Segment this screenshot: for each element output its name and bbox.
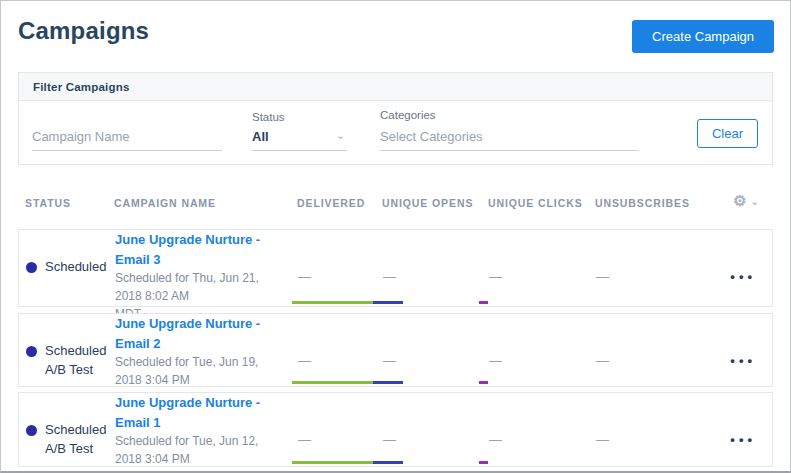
status-filter: Status All ⌄ [252, 111, 347, 151]
column-unique-clicks: UNIQUE CLICKS [488, 197, 595, 210]
gear-icon: ⚙ [733, 192, 746, 209]
column-delivered: DELIVERED [297, 197, 382, 210]
campaign-timezone: MDT [115, 468, 286, 473]
unsubscribes-value: — [596, 353, 709, 368]
table-row: Scheduled A/B Test June Upgrade Nurture … [18, 392, 773, 467]
delivered-bar [292, 381, 373, 384]
categories-filter: Categories [380, 109, 639, 151]
chevron-down-icon: ⌄ [336, 129, 345, 142]
delivered-value: — [298, 432, 383, 447]
column-campaign-name: CAMPAIGN NAME [114, 197, 297, 210]
unique-clicks-value: — [489, 432, 596, 447]
delivered-value: — [298, 353, 383, 368]
filter-fields: Status All ⌄ Categories Clear [19, 101, 772, 165]
status-text: Scheduled [45, 258, 106, 277]
campaign-name-cell: June Upgrade Nurture - Email 3 Scheduled… [115, 230, 298, 323]
column-status: STATUS [25, 197, 114, 210]
campaign-schedule: Scheduled for Tue, Jun 12, 2018 3:04 PM [115, 432, 286, 468]
opens-bar [373, 301, 403, 304]
status-cell: Scheduled A/B Test [26, 342, 115, 380]
clicks-bar [479, 461, 488, 464]
opens-bar [373, 381, 403, 384]
table-row: Scheduled A/B Test June Upgrade Nurture … [18, 313, 773, 387]
campaign-link[interactable]: June Upgrade Nurture - Email 3 [115, 230, 286, 269]
delivered-bar [292, 301, 373, 304]
clicks-bar [479, 301, 488, 304]
scheduled-status-dot-icon [26, 346, 37, 357]
row-actions-menu[interactable]: ••• [709, 269, 772, 284]
campaign-name-cell: June Upgrade Nurture - Email 1 Scheduled… [115, 393, 298, 473]
scheduled-status-dot-icon [26, 262, 37, 273]
status-subtext: A/B Test [45, 441, 93, 456]
status-label: Status [252, 111, 347, 123]
status-select[interactable]: All ⌄ [252, 127, 347, 151]
scheduled-status-dot-icon [26, 425, 37, 436]
status-cell: Scheduled A/B Test [26, 421, 115, 459]
status-selected-value: All [252, 129, 269, 144]
filter-panel: Filter Campaigns Status All ⌄ Categories… [18, 72, 773, 165]
categories-label: Categories [380, 109, 639, 121]
delivered-value: — [298, 269, 383, 284]
unique-clicks-value: — [489, 269, 596, 284]
status-text: Scheduled [45, 342, 106, 361]
unsubscribes-value: — [596, 269, 709, 284]
campaign-link[interactable]: June Upgrade Nurture - Email 1 [115, 393, 286, 432]
clear-filters-button[interactable]: Clear [697, 119, 758, 148]
categories-input[interactable] [380, 125, 639, 151]
filter-panel-title: Filter Campaigns [19, 73, 772, 101]
delivered-bar [292, 461, 373, 464]
create-campaign-button[interactable]: Create Campaign [632, 20, 774, 53]
unique-opens-value: — [383, 353, 489, 368]
row-actions-menu[interactable]: ••• [709, 432, 772, 447]
unique-opens-value: — [383, 432, 489, 447]
column-unique-opens: UNIQUE OPENS [382, 197, 488, 210]
campaign-name-input[interactable] [32, 125, 222, 151]
campaign-schedule: Scheduled for Thu, Jun 21, 2018 8:02 AM [115, 269, 286, 305]
unsubscribes-value: — [596, 432, 709, 447]
column-settings-button[interactable]: ⚙⌄ [708, 192, 773, 210]
chevron-down-icon: ⌄ [751, 196, 759, 207]
status-subtext: A/B Test [45, 362, 93, 377]
campaign-link[interactable]: June Upgrade Nurture - Email 2 [115, 314, 286, 353]
status-cell: Scheduled [26, 258, 115, 296]
column-unsubscribes: UNSUBSCRIBES [595, 197, 708, 210]
campaigns-list: Scheduled June Upgrade Nurture - Email 3… [18, 229, 773, 467]
page-title: Campaigns [18, 17, 149, 45]
status-text: Scheduled [45, 421, 106, 440]
opens-bar [373, 461, 403, 464]
unique-opens-value: — [383, 269, 489, 284]
campaigns-page: Campaigns Create Campaign Filter Campaig… [0, 0, 791, 473]
row-actions-menu[interactable]: ••• [709, 353, 772, 368]
table-header: STATUS CAMPAIGN NAME DELIVERED UNIQUE OP… [18, 197, 773, 210]
campaign-schedule: Scheduled for Tue, Jun 19, 2018 3:04 PM [115, 353, 286, 389]
unique-clicks-value: — [489, 353, 596, 368]
clicks-bar [479, 381, 488, 384]
table-row: Scheduled June Upgrade Nurture - Email 3… [18, 229, 773, 307]
